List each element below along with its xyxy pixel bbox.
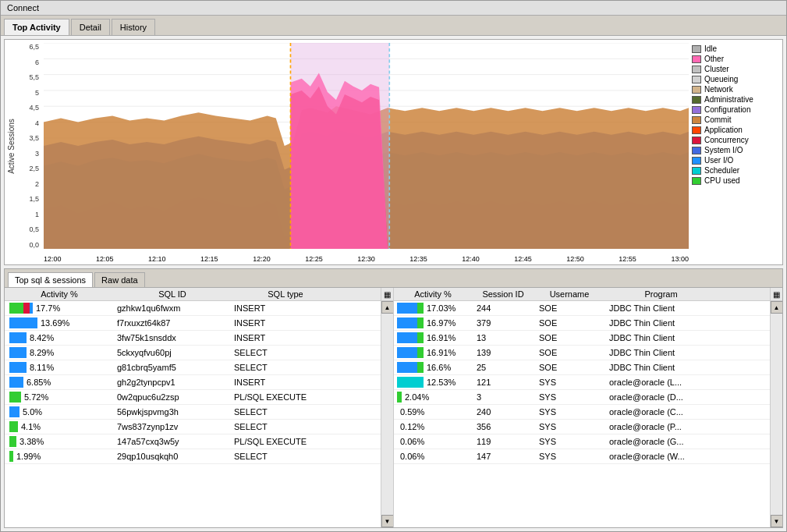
table-row: 5.72% 0w2qpuc6u2zsp PL/SQL EXECUTE	[5, 390, 381, 405]
bar-scheduler	[397, 377, 424, 388]
bar-cpu	[417, 317, 424, 328]
username-cell: SOE	[534, 302, 604, 314]
bottom-content: Activity % SQL ID SQL type ▦	[5, 288, 782, 527]
scroll-up-btn[interactable]: ▲	[771, 301, 783, 314]
session-table-body: 17.03% 244 SOE JDBC Thin Client	[394, 301, 770, 527]
tab-top-sql-sessions[interactable]: Top sql & sessions	[8, 272, 93, 287]
session-id-cell: 3	[472, 391, 534, 403]
session-body-container: 17.03% 244 SOE JDBC Thin Client	[394, 301, 782, 527]
table-row: 8.11% g81cbrq5yamf5 SELECT	[5, 360, 381, 375]
legend-item-scheduler: Scheduler	[692, 166, 779, 175]
sql-type-cell: SELECT	[231, 450, 332, 463]
activity-cell: 16.91%	[394, 331, 472, 345]
activity-cell: 8.29%	[5, 346, 114, 360]
legend-color-network	[692, 86, 701, 94]
bar-userio	[9, 362, 27, 373]
ses-col-activity: Activity %	[394, 288, 472, 300]
legend-color-userio	[692, 157, 701, 165]
scroll-track[interactable]	[771, 314, 782, 515]
activity-cell: 6.85%	[5, 375, 114, 389]
table-row: 8.42% 3fw75k1snsddx INSERT	[5, 331, 381, 346]
other-area-selected	[290, 73, 388, 249]
scroll-up-btn[interactable]: ▲	[381, 301, 394, 314]
table-row: 16.91% 139 SOE JDBC Thin Client	[394, 346, 770, 360]
sql-table-panel: Activity % SQL ID SQL type ▦	[5, 288, 394, 527]
program-cell: oracle@oracle (G...	[604, 435, 706, 448]
sql-id-cell: gzhkw1qu6fwxm	[114, 302, 231, 314]
sql-id-cell: 0w2qpuc6u2zsp	[114, 391, 231, 403]
bar-cpu	[9, 421, 18, 432]
tab-top-activity[interactable]: Top Activity	[4, 19, 69, 35]
program-cell: JDBC Thin Client	[604, 302, 706, 314]
sql-scrollbar[interactable]: ▲ ▼	[381, 301, 393, 527]
legend-color-cluster	[692, 66, 701, 73]
legend-item-application: Application	[692, 126, 779, 134]
program-cell: oracle@oracle (C...	[604, 406, 706, 418]
legend-color-commit	[692, 116, 701, 124]
sql-table-header: Activity % SQL ID SQL type	[5, 288, 381, 301]
activity-cell: 0.59%	[394, 405, 472, 419]
legend-color-admin	[692, 96, 701, 104]
activity-cell: 0.12%	[394, 420, 472, 434]
sql-id-cell: 147a57cxq3w5y	[114, 435, 231, 448]
username-cell: SOE	[534, 317, 604, 329]
tab-raw-data[interactable]: Raw data	[94, 272, 144, 287]
bar-cpu	[9, 303, 23, 314]
sql-id-cell: 7ws837zynp1zv	[114, 420, 231, 433]
session-scrollbar[interactable]: ▲ ▼	[770, 301, 782, 527]
legend-color-config	[692, 106, 701, 114]
scroll-down-btn[interactable]: ▼	[381, 515, 394, 527]
mini-bars	[9, 362, 27, 373]
bar-cpu	[417, 362, 424, 373]
y-axis: 6,5 6 5,5 5 4,5 4 3,5 3 2,5 2 1,5 1 0,5 …	[17, 43, 42, 249]
table-row: 0.59% 240 SYS oracle@oracle (C...	[394, 405, 770, 420]
scroll-down-btn[interactable]: ▼	[771, 515, 783, 527]
bar-cpu	[417, 347, 424, 358]
sql-filter-icon[interactable]: ▦	[381, 288, 393, 301]
table-row: 3.38% 147a57cxq3w5y PL/SQL EXECUTE	[5, 434, 381, 449]
program-cell: oracle@oracle (L...	[604, 376, 706, 388]
activity-cell: 0.06%	[394, 449, 472, 463]
activity-cell: 13.69%	[5, 316, 114, 330]
session-id-cell: 147	[472, 450, 534, 463]
sql-id-cell: 3fw75k1snsddx	[114, 332, 231, 344]
bar-userio	[9, 406, 19, 417]
session-filter-icon[interactable]: ▦	[770, 288, 782, 301]
legend-item-concurrency: Concurrency	[692, 136, 779, 144]
tab-history[interactable]: History	[112, 19, 155, 35]
sql-type-cell: PL/SQL EXECUTE	[231, 391, 332, 403]
activity-cell: 2.04%	[394, 390, 472, 404]
mini-bars	[9, 377, 23, 388]
mini-bars	[9, 303, 33, 314]
username-cell: SOE	[534, 361, 604, 374]
sql-type-cell: SELECT	[231, 346, 332, 359]
legend-color-scheduler	[692, 167, 701, 175]
activity-cell: 16.91%	[394, 346, 472, 360]
session-id-cell: 13	[472, 332, 534, 344]
table-row: 5.0% 56pwkjspvmg3h SELECT	[5, 405, 381, 420]
session-table-panel: Activity % Session ID Username Program ▦	[394, 288, 782, 527]
activity-cell: 4.1%	[5, 420, 114, 434]
legend-color-other	[692, 55, 701, 63]
mini-bars	[9, 392, 21, 403]
mini-bars	[397, 332, 424, 343]
bar-userio	[9, 347, 27, 358]
legend-item-other: Other	[692, 55, 779, 63]
legend-item-idle: Idle	[692, 44, 779, 53]
scroll-track[interactable]	[381, 314, 393, 515]
sql-id-cell: f7rxuxzt64k87	[114, 317, 231, 329]
mini-bars	[9, 406, 19, 417]
bar-cpu	[9, 392, 21, 403]
chart-legend: Idle Other Cluster Queueing Network Admi…	[689, 40, 782, 264]
legend-color-sysio	[692, 147, 701, 154]
tab-detail[interactable]: Detail	[71, 19, 110, 35]
legend-item-config: Configuration	[692, 105, 779, 114]
table-row: 13.69% f7rxuxzt64k87 INSERT	[5, 316, 381, 331]
bar-userio	[397, 317, 417, 328]
legend-color-application	[692, 126, 701, 134]
activity-cell: 17.7%	[5, 301, 114, 315]
sql-id-cell: 29qp10usqkqh0	[114, 450, 231, 463]
legend-item-cluster: Cluster	[692, 65, 779, 73]
y-axis-title: Active Sessions	[7, 119, 16, 174]
table-row: 0.06% 147 SYS oracle@oracle (W...	[394, 449, 770, 464]
